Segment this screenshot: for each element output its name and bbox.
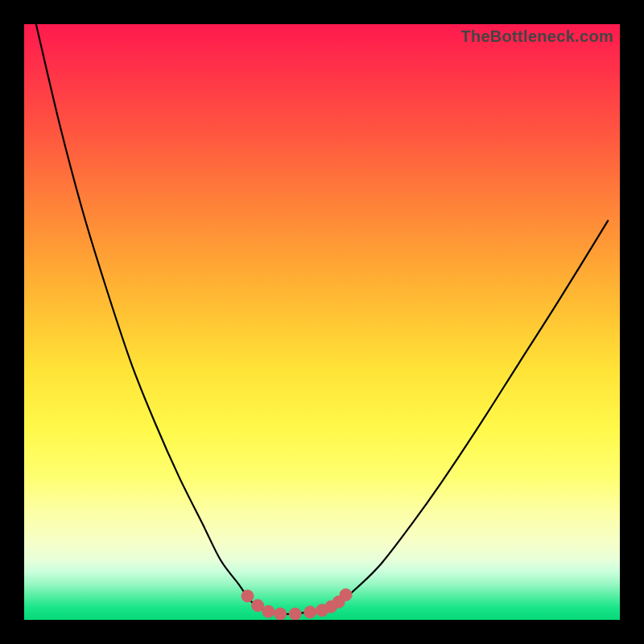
marker-point [252, 600, 264, 612]
chart-svg [24, 24, 620, 620]
marker-point [340, 588, 352, 601]
bottleneck-curve [36, 24, 608, 614]
marker-point [289, 608, 301, 620]
marker-point [304, 606, 316, 618]
watermark-text: TheBottleneck.com [460, 27, 613, 46]
marker-point [262, 605, 275, 617]
marker-point [275, 608, 287, 620]
chart-frame: TheBottleneck.com [24, 24, 620, 620]
highlight-markers [242, 588, 352, 620]
marker-point [242, 590, 254, 602]
